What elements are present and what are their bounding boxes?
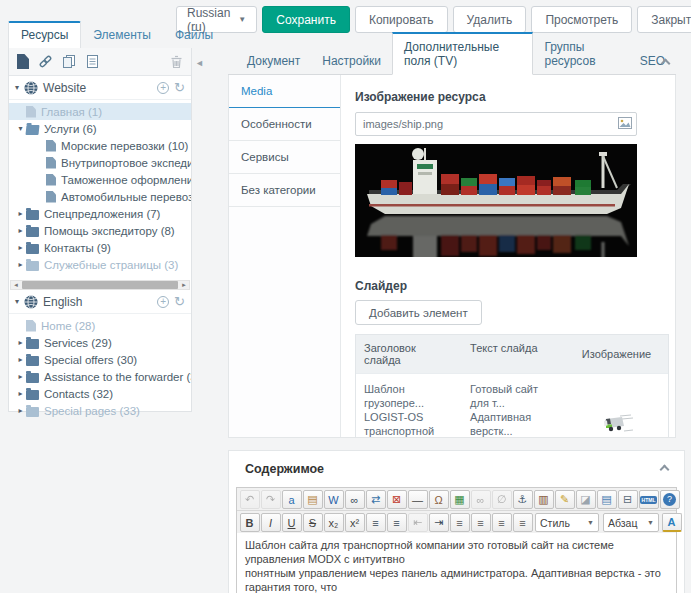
document-tab[interactable]: Дополнительные поля (TV) [392,32,533,75]
align-left-icon[interactable]: ≡ [450,513,470,532]
undo-icon[interactable]: ↶ [240,490,260,509]
eraser-icon[interactable]: ◪ [576,490,596,509]
tree-expand-icon[interactable]: ▸ [15,209,26,218]
tree-root-node[interactable]: ▾Website+↻ [9,76,191,100]
horizontal-rule-icon[interactable]: — [408,490,428,509]
document-tab[interactable]: Настройки [311,48,392,74]
tree-expand-icon[interactable]: ▸ [15,389,26,398]
new-document-icon[interactable] [17,54,29,69]
browse-image-icon[interactable] [618,117,632,129]
collapse-tabs-icon[interactable] [661,59,671,69]
tree-item[interactable]: Автомобильные перевозки (13) [9,188,191,205]
add-slider-item-button[interactable]: Добавить элемент [355,300,482,325]
horizontal-scrollbar[interactable]: ◄► [10,280,190,290]
scroll-right-icon[interactable]: ► [179,282,189,288]
tree-expand-icon[interactable]: ▸ [15,260,26,269]
underline-icon[interactable]: U [282,513,302,532]
tree-item[interactable]: Внутрипортовое экспедировани [9,154,191,171]
slider-table-row[interactable]: Шаблон грузопере...LOGIST-OSтранспортной… [356,373,668,437]
action-button[interactable]: Закрыть [637,6,691,33]
select-all-icon[interactable]: a [282,490,302,509]
tree-item[interactable]: Таможенное оформление (12) [9,171,191,188]
action-button[interactable]: Копировать [355,6,448,33]
paste-icon[interactable]: ▤ [303,490,323,509]
subscript-icon[interactable]: x₂ [324,513,344,532]
refresh-icon[interactable]: ↻ [174,80,185,95]
media-icon[interactable]: ▥ [534,490,554,509]
paste-word-icon[interactable]: W [324,490,344,509]
add-resource-icon[interactable]: + [157,296,169,308]
left-panel-tab[interactable]: Ресурсы [8,21,81,48]
brush-icon[interactable]: ✎ [555,490,575,509]
tree-item[interactable]: ▾Услуги (6) [9,120,191,137]
tree-item[interactable]: ▸Special offers (30) [9,351,191,368]
outdent-icon[interactable]: ⇤ [408,513,428,532]
help-icon[interactable]: ? [660,490,680,509]
scroll-left-icon[interactable]: ◄ [11,282,21,288]
font-color-icon[interactable]: A [662,513,682,532]
tree-item[interactable]: ▸Contacts (32) [9,385,191,402]
tree-root-node[interactable]: ▾English+↻ [9,290,191,314]
tree-expand-icon[interactable]: ▸ [15,338,26,347]
tree-expand-icon[interactable]: ▸ [15,243,26,252]
find-replace-icon[interactable]: ⇄ [366,490,386,509]
left-panel-tab[interactable]: Элементы [81,23,163,48]
link-icon[interactable]: ∞ [471,490,491,509]
bullet-list-icon[interactable]: ≡ [366,513,386,532]
insert-image-icon[interactable]: ▦ [450,490,470,509]
superscript-icon[interactable]: x² [345,513,365,532]
strikethrough-icon[interactable]: S [303,513,323,532]
find-icon[interactable]: ∞ [345,490,365,509]
left-panel-tab[interactable]: Файлы [163,23,225,48]
trash-icon[interactable] [170,55,183,69]
save-button[interactable]: Сохранить [262,6,350,33]
tv-category-tab[interactable]: Особенности [229,108,340,141]
tree-item[interactable]: ▸Помощь экспедитору (8) [9,222,191,239]
bold-icon[interactable]: B [240,513,260,532]
template-icon[interactable]: ▤ [597,490,617,509]
document-tab[interactable]: Документ [236,48,311,74]
align-justify-icon[interactable]: ≡ [513,513,533,532]
tree-expand-icon[interactable]: ▸ [15,406,26,415]
document-tab[interactable]: Группы ресурсов [533,34,628,74]
tv-category-tab[interactable]: Без категории [229,174,340,207]
collapse-left-panel-icon[interactable]: ◄ [195,58,204,68]
collapse-content-icon[interactable] [660,464,670,474]
print-icon[interactable]: ⊟ [618,490,638,509]
tree-item[interactable]: Home (28) [9,317,191,334]
scrollbar-thumb[interactable] [22,281,178,289]
style-select[interactable]: Стиль▼ [535,513,599,532]
tree-expand-icon[interactable]: ▸ [15,372,26,381]
action-button[interactable]: Удалить [453,6,527,33]
weblink-icon[interactable] [38,54,53,69]
tree-item[interactable]: ▸Контакты (9) [9,239,191,256]
tv-category-tab[interactable]: Сервисы [229,141,340,174]
tree-expand-icon[interactable]: ▾ [15,124,26,133]
numbered-list-icon[interactable]: ≡ [387,513,407,532]
tree-item[interactable]: ▸Assistance to the forwarder (31) [9,368,191,385]
tree-item[interactable]: ▸Services (29) [9,334,191,351]
tv-category-tab[interactable]: Media [229,75,340,108]
image-path-input[interactable] [355,112,637,136]
unlink-icon[interactable]: ∅ [492,490,512,509]
static-resource-icon[interactable] [86,54,99,69]
special-char-icon[interactable]: Ω [429,490,449,509]
html-icon[interactable]: HTML [639,490,659,509]
tree-item[interactable]: Морские перевозки (10) [9,137,191,154]
align-center-icon[interactable]: ≡ [471,513,491,532]
align-right-icon[interactable]: ≡ [492,513,512,532]
tree-expand-icon[interactable]: ▸ [15,355,26,364]
redo-icon[interactable]: ↷ [261,490,281,509]
tree-item[interactable]: ▸Special pages (33) [9,402,191,419]
anchor-icon[interactable]: ⚓ [513,490,533,509]
duplicate-icon[interactable] [62,54,77,69]
indent-icon[interactable]: ⇥ [429,513,449,532]
refresh-icon[interactable]: ↻ [174,294,185,309]
italic-icon[interactable]: I [261,513,281,532]
tree-expand-icon[interactable]: ▸ [15,226,26,235]
add-resource-icon[interactable]: + [157,82,169,94]
tree-item[interactable]: ▸Служебные страницы (3) [9,256,191,273]
action-button[interactable]: Просмотреть [531,6,632,33]
tree-item[interactable]: Главная (1) [9,103,191,120]
paragraph-format-select[interactable]: Абзац▼ [603,513,659,532]
